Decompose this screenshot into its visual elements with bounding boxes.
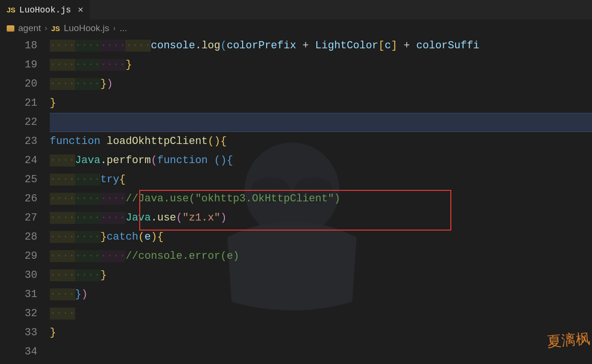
code-line[interactable]: ············Java.use("z1.x") bbox=[50, 209, 592, 228]
code-line[interactable]: ········}catch(e){ bbox=[50, 228, 592, 247]
line-number: 21 bbox=[0, 94, 37, 113]
line-number-gutter: 1819202122232425262728293031323334 bbox=[0, 36, 50, 362]
line-number: 34 bbox=[0, 342, 37, 362]
line-number: 32 bbox=[0, 304, 37, 323]
code-line[interactable]: ················console.log(colorPrefix … bbox=[50, 36, 592, 55]
breadcrumb-folder[interactable]: agent bbox=[18, 23, 41, 33]
code-editor[interactable]: 1819202122232425262728293031323334 ·····… bbox=[0, 36, 592, 364]
code-line[interactable] bbox=[50, 113, 592, 132]
line-number: 31 bbox=[0, 285, 37, 304]
line-number: 19 bbox=[0, 55, 37, 75]
code-line[interactable]: ············} bbox=[50, 55, 592, 75]
code-content[interactable]: ················console.log(colorPrefix … bbox=[50, 36, 592, 362]
line-number: 23 bbox=[0, 132, 37, 151]
tab-active[interactable]: JS LuoHook.js × bbox=[0, 0, 90, 20]
code-line[interactable]: ············//Java.use("okhttp3.OkHttpCl… bbox=[50, 189, 592, 209]
code-line[interactable]: ············//console.error(e) bbox=[50, 247, 592, 266]
line-number: 24 bbox=[0, 151, 37, 170]
code-line[interactable]: } bbox=[50, 94, 592, 113]
code-line[interactable]: ····}) bbox=[50, 285, 592, 304]
line-number: 20 bbox=[0, 75, 37, 94]
line-number: 25 bbox=[0, 170, 37, 189]
js-file-icon: JS bbox=[51, 24, 60, 33]
line-number: 22 bbox=[0, 113, 37, 132]
code-line[interactable]: ········} bbox=[50, 266, 592, 285]
code-line[interactable]: function loadOkhttpClient(){ bbox=[50, 132, 592, 151]
code-line[interactable]: ···· bbox=[50, 304, 592, 323]
breadcrumb-scope[interactable]: ... bbox=[120, 23, 127, 33]
line-number: 26 bbox=[0, 189, 37, 209]
code-line[interactable]: ········try{ bbox=[50, 170, 592, 189]
tab-filename: LuoHook.js bbox=[19, 5, 71, 15]
line-number: 30 bbox=[0, 266, 37, 285]
line-number: 28 bbox=[0, 228, 37, 247]
line-number: 18 bbox=[0, 36, 37, 55]
line-number: 29 bbox=[0, 247, 37, 266]
chevron-right-icon: › bbox=[45, 24, 47, 33]
code-line[interactable] bbox=[50, 342, 592, 362]
close-icon[interactable]: × bbox=[78, 4, 83, 15]
breadcrumb-file[interactable]: LuoHook.js bbox=[64, 23, 109, 33]
tab-bar: JS LuoHook.js × bbox=[0, 0, 592, 20]
line-number: 27 bbox=[0, 209, 37, 228]
folder-icon bbox=[7, 25, 14, 32]
code-line[interactable]: ········}) bbox=[50, 75, 592, 94]
chevron-right-icon: › bbox=[113, 24, 115, 33]
breadcrumb: agent › JS LuoHook.js › ... bbox=[0, 20, 592, 36]
js-file-icon: JS bbox=[7, 6, 15, 14]
code-line[interactable]: ····Java.perform(function (){ bbox=[50, 151, 592, 170]
line-number: 33 bbox=[0, 323, 37, 342]
code-line[interactable]: } bbox=[50, 323, 592, 342]
